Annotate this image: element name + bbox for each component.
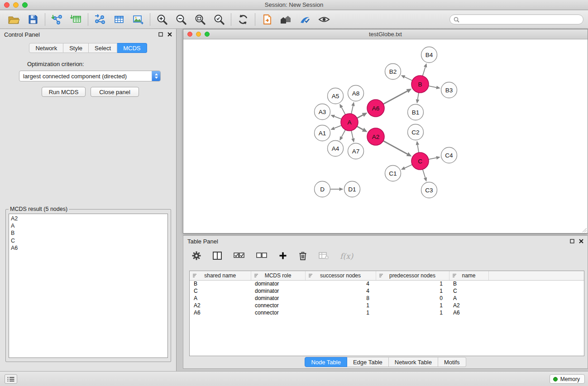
search-box[interactable] xyxy=(449,14,583,24)
graph-edge[interactable] xyxy=(383,91,407,104)
table-cell[interactable]: 1 xyxy=(376,280,449,287)
tab-network[interactable]: Network xyxy=(29,43,63,53)
table-cell[interactable]: 1 xyxy=(376,309,449,316)
table-cell[interactable]: A xyxy=(190,295,251,302)
float-table-panel-icon[interactable] xyxy=(570,239,574,243)
save-session-button[interactable] xyxy=(24,12,43,27)
export-image-button[interactable] xyxy=(129,12,148,27)
close-table-panel-icon[interactable] xyxy=(579,239,583,243)
refresh-button[interactable] xyxy=(234,12,253,27)
zoom-fit-button[interactable] xyxy=(191,12,210,27)
graph-edge[interactable] xyxy=(351,106,353,114)
import-table-button[interactable] xyxy=(67,12,86,27)
graph-edge[interactable] xyxy=(418,93,419,100)
table-cell[interactable]: dominator xyxy=(251,280,305,287)
resize-grip[interactable] xyxy=(582,227,587,233)
add-column-button[interactable] xyxy=(278,251,287,262)
minimize-window-button[interactable] xyxy=(13,2,19,8)
table-row[interactable]: A6connector11A6 xyxy=(190,309,584,316)
table-cell[interactable]: dominator xyxy=(251,287,305,295)
new-table-button[interactable] xyxy=(110,12,129,27)
graph-edge[interactable] xyxy=(405,77,412,81)
new-network-button[interactable] xyxy=(91,12,110,27)
show-columns-button[interactable] xyxy=(212,251,222,262)
table-cell[interactable]: A2 xyxy=(449,302,488,309)
tab-motifs[interactable]: Motifs xyxy=(438,357,466,367)
close-network-window-button[interactable] xyxy=(187,32,192,37)
window-titlebar[interactable]: Session: New Session xyxy=(0,0,588,10)
graph-edge[interactable] xyxy=(405,165,412,168)
network-canvas[interactable]: B4B2BB3A5A8A6B1A3AC2A1A2A4A7C4CC1C3DD1 xyxy=(183,39,588,233)
close-panel-icon[interactable] xyxy=(167,32,172,37)
apply-style-button[interactable] xyxy=(296,12,315,27)
mcds-result-item[interactable]: A2 xyxy=(11,215,167,222)
mcds-result-item[interactable]: C xyxy=(11,237,167,244)
minimize-network-window-button[interactable] xyxy=(196,32,201,37)
mcds-result-list[interactable]: A2ABCA6 xyxy=(9,214,168,358)
node-table[interactable]: shared name MCDS role successor nodes xyxy=(189,271,584,356)
graph-edge[interactable] xyxy=(429,86,436,88)
open-session-button[interactable] xyxy=(5,12,24,27)
zoom-network-window-button[interactable] xyxy=(205,32,210,37)
show-panels-button[interactable] xyxy=(5,374,17,384)
zoom-in-button[interactable] xyxy=(153,12,172,27)
tab-edge-table[interactable]: Edge Table xyxy=(347,357,389,367)
open-document-button[interactable] xyxy=(258,12,277,27)
close-panel-button[interactable]: Close panel xyxy=(91,87,139,97)
tab-network-table[interactable]: Network Table xyxy=(389,357,438,367)
tab-mcds[interactable]: MCDS xyxy=(117,43,147,53)
mcds-result-item[interactable]: A6 xyxy=(11,244,167,252)
zoom-selected-button[interactable] xyxy=(210,12,229,27)
mcds-result-item[interactable]: B xyxy=(11,229,167,237)
graph-edge[interactable] xyxy=(357,126,363,129)
table-cell[interactable]: 4 xyxy=(305,287,376,295)
show-hide-button[interactable] xyxy=(315,12,334,27)
zoom-out-button[interactable] xyxy=(172,12,191,27)
tab-node-table[interactable]: Node Table xyxy=(305,357,347,367)
table-cell[interactable]: 1 xyxy=(305,302,376,309)
import-network-button[interactable] xyxy=(48,12,67,27)
zoom-window-button[interactable] xyxy=(22,2,28,8)
graph-edge[interactable] xyxy=(429,158,436,160)
graph-edge[interactable] xyxy=(357,115,363,118)
table-row[interactable]: A2connector11A2 xyxy=(190,302,584,309)
table-row[interactable]: Bdominator41B xyxy=(190,280,584,287)
table-cell[interactable]: A6 xyxy=(449,309,488,316)
run-mcds-button[interactable]: Run MCDS xyxy=(42,87,86,97)
select-all-button[interactable] xyxy=(233,251,245,262)
column-header-successor-nodes[interactable]: successor nodes xyxy=(305,271,376,280)
graph-edge[interactable] xyxy=(423,67,425,76)
graph-edge[interactable] xyxy=(341,130,345,137)
home-view-button[interactable] xyxy=(277,12,296,27)
table-settings-button[interactable] xyxy=(191,251,201,262)
table-cell[interactable]: B xyxy=(190,280,251,287)
table-cell[interactable]: A2 xyxy=(190,302,251,309)
table-cell[interactable]: 1 xyxy=(305,309,376,316)
delete-column-button[interactable] xyxy=(298,251,307,262)
column-header-shared-name[interactable]: shared name xyxy=(190,271,251,280)
close-window-button[interactable] xyxy=(4,2,10,8)
column-header-predecessor-nodes[interactable]: predecessor nodes xyxy=(376,271,449,280)
table-cell[interactable]: connector xyxy=(251,309,305,316)
table-cell[interactable]: connector xyxy=(251,302,305,309)
table-cell[interactable]: 1 xyxy=(376,287,449,295)
table-cell[interactable]: dominator xyxy=(251,295,305,302)
table-cell[interactable]: 8 xyxy=(305,295,376,302)
graph-edge[interactable] xyxy=(335,116,342,119)
table-cell[interactable]: 1 xyxy=(376,302,449,309)
table-cell[interactable]: A xyxy=(449,295,488,302)
tab-style[interactable]: Style xyxy=(63,43,89,53)
memory-button[interactable]: Memory xyxy=(550,374,585,384)
graph-edge[interactable] xyxy=(351,131,353,139)
table-cell[interactable]: C xyxy=(449,287,488,295)
graph-edge[interactable] xyxy=(383,141,407,154)
table-cell[interactable]: A6 xyxy=(190,309,251,316)
column-header-mcds-role[interactable]: MCDS role xyxy=(251,271,305,280)
table-row[interactable]: Cdominator41C xyxy=(190,287,584,295)
graph-edge[interactable] xyxy=(417,145,419,152)
graph-edge[interactable] xyxy=(334,125,341,128)
table-cell[interactable]: 4 xyxy=(305,280,376,287)
network-graph[interactable]: B4B2BB3A5A8A6B1A3AC2A1A2A4A7C4CC1C3DD1 xyxy=(183,39,588,233)
search-input[interactable] xyxy=(462,16,579,23)
mcds-result-item[interactable]: A xyxy=(11,222,167,229)
